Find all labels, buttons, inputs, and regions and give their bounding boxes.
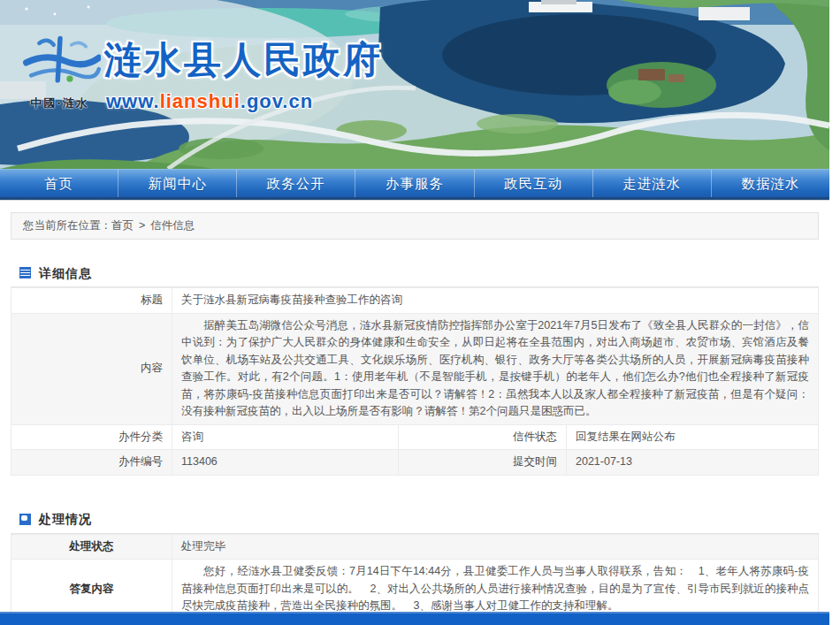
list-icon — [19, 267, 31, 278]
page: 中國·涟水 涟水县人民政府 www.lianshui.gov.cn 首页 新闻中… — [0, 0, 840, 625]
row-label: 办件编号 — [11, 450, 172, 476]
process-section-header: 处理情况 — [11, 507, 819, 534]
site-masthead: 涟水县人民政府 www.lianshui.gov.cn — [104, 35, 383, 113]
site-url-www: www. — [106, 90, 160, 112]
letter-title-value: 关于涟水县新冠病毒疫苗接种查验工作的咨询 — [172, 288, 819, 314]
reply-content-value: 您好，经涟水县卫健委反馈：7月14日下午14:44分，县卫健委工作人员与当事人取… — [172, 560, 819, 620]
breadcrumb: 您当前所在位置：首页>信件信息 — [11, 212, 819, 240]
breadcrumb-current: 信件信息 — [150, 219, 195, 232]
detail-section-title: 详细信息 — [39, 266, 92, 282]
breadcrumb-home-link[interactable]: 首页 — [111, 219, 134, 232]
table-row-content: 内容 据醉美五岛湖微信公众号消息，涟水县新冠疫情防控指挥部办公室于2021年7月… — [11, 313, 819, 424]
status-icon — [19, 514, 31, 525]
submit-time-value: 2021-07-13 — [566, 450, 818, 476]
detail-section-header: 详细信息 — [11, 261, 819, 287]
row-label: 办件分类 — [11, 424, 172, 450]
lianshui-logo-icon — [19, 34, 101, 88]
site-url-domain: lianshui — [160, 90, 241, 112]
row-label: 内容 — [11, 313, 172, 424]
letter-status-value: 回复结果在网站公布 — [566, 424, 818, 450]
site-url-suffix: .gov.cn — [241, 90, 313, 112]
case-number-value: 113406 — [172, 450, 399, 476]
table-row-title: 标题 关于涟水县新冠病毒疫苗接种查验工作的咨询 — [11, 288, 819, 314]
row-label: 处理状态 — [11, 534, 172, 560]
site-logo-caption: 中國·涟水 — [18, 95, 102, 111]
nav-item-into-lianshui[interactable]: 走进涟水 — [592, 170, 711, 197]
main-nav: 首页 新闻中心 政务公开 办事服务 政民互动 走进涟水 数据涟水 — [0, 169, 829, 197]
nav-item-gov-disclosure[interactable]: 政务公开 — [236, 170, 355, 197]
main-content: 您当前所在位置：首页>信件信息 详细信息 标题 关于涟水县新冠病毒疫苗接种查验工… — [11, 212, 819, 625]
site-logo[interactable]: 中國·涟水 — [18, 34, 102, 111]
row-label: 提交时间 — [398, 450, 566, 476]
breadcrumb-label: 您当前所在位置： — [23, 219, 111, 232]
process-state-value: 处理完毕 — [172, 534, 819, 560]
table-row-number: 办件编号 113406 提交时间 2021-07-13 — [11, 450, 819, 476]
letter-content-value: 据醉美五岛湖微信公众号消息，涟水县新冠疫情防控指挥部办公室于2021年7月5日发… — [172, 313, 819, 424]
table-row-category: 办件分类 咨询 信件状态 回复结果在网站公布 — [11, 424, 819, 450]
banner: 中國·涟水 涟水县人民政府 www.lianshui.gov.cn — [0, 0, 829, 169]
nav-item-lianshui-data[interactable]: 数据涟水 — [711, 170, 829, 197]
nav-item-news-center[interactable]: 新闻中心 — [118, 170, 236, 197]
site-title: 涟水县人民政府 — [104, 35, 383, 85]
nav-shadow — [0, 200, 829, 201]
detail-table: 标题 关于涟水县新冠病毒疫苗接种查验工作的咨询 内容 据醉美五岛湖微信公众号消息… — [11, 287, 819, 476]
category-value: 咨询 — [172, 424, 399, 450]
table-row-state: 处理状态 处理完毕 — [11, 534, 819, 560]
nav-item-home[interactable]: 首页 — [0, 170, 118, 197]
footer-bar — [0, 612, 829, 625]
row-label: 答复内容 — [11, 560, 172, 620]
site-url[interactable]: www.lianshui.gov.cn — [106, 90, 383, 113]
row-label: 信件状态 — [398, 424, 566, 450]
table-row-reply: 答复内容 您好，经涟水县卫健委反馈：7月14日下午14:44分，县卫健委工作人员… — [11, 560, 819, 620]
row-label: 标题 — [11, 288, 172, 314]
nav-item-public-interaction[interactable]: 政民互动 — [474, 170, 592, 197]
process-section-title: 处理情况 — [39, 512, 92, 528]
nav-item-services[interactable]: 办事服务 — [355, 170, 473, 197]
breadcrumb-separator: > — [139, 219, 145, 232]
